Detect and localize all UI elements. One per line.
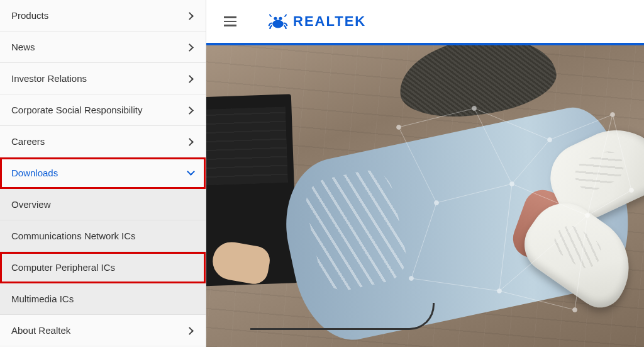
- svg-line-15: [499, 291, 575, 310]
- svg-line-19: [587, 190, 631, 215]
- svg-line-7: [436, 184, 512, 203]
- svg-point-28: [497, 289, 502, 293]
- nav-label: About Realtek: [11, 325, 70, 336]
- chevron-right-icon: [188, 327, 194, 334]
- chevron-right-icon: [188, 139, 194, 145]
- main-content: REALTEK: [206, 0, 644, 347]
- chevron-down-icon: [188, 170, 194, 176]
- svg-point-1: [274, 17, 277, 20]
- sub-label: Overview: [11, 199, 51, 210]
- svg-line-3: [399, 108, 474, 127]
- svg-point-29: [573, 308, 577, 312]
- svg-point-27: [409, 276, 414, 281]
- nav-label: Careers: [11, 136, 45, 147]
- nav-label: Products: [11, 10, 48, 21]
- svg-point-23: [611, 113, 615, 117]
- svg-line-17: [474, 108, 512, 184]
- svg-point-21: [472, 106, 477, 111]
- brand-logo[interactable]: REALTEK: [268, 13, 366, 30]
- sub-item-communications-network-ics[interactable]: Communications Network ICs: [0, 220, 206, 252]
- brand-name: REALTEK: [293, 13, 366, 30]
- svg-point-30: [630, 188, 634, 193]
- hero-image: [206, 45, 644, 347]
- nav-item-careers[interactable]: Careers: [0, 126, 206, 157]
- nav-item-investor-relations[interactable]: Investor Relations: [0, 63, 206, 94]
- svg-line-16: [575, 215, 587, 310]
- svg-point-25: [510, 182, 514, 186]
- nav-item-about-realtek[interactable]: About Realtek: [0, 315, 206, 346]
- nav-label: Downloads: [11, 168, 58, 178]
- nav-item-news[interactable]: News: [0, 31, 206, 63]
- chevron-right-icon: [188, 13, 194, 19]
- svg-line-9: [512, 184, 587, 215]
- sub-label: Multimedia ICs: [11, 293, 74, 304]
- svg-line-14: [499, 215, 587, 291]
- hamburger-menu-icon[interactable]: [224, 16, 236, 26]
- chevron-right-icon: [188, 107, 194, 113]
- svg-line-10: [587, 115, 613, 215]
- svg-line-18: [613, 115, 631, 190]
- svg-line-6: [399, 127, 436, 203]
- sub-item-computer-peripheral-ics[interactable]: Computer Peripheral ICs: [0, 252, 206, 283]
- svg-point-24: [435, 201, 439, 205]
- svg-point-26: [586, 213, 590, 218]
- crab-icon: [268, 13, 288, 30]
- page-header: REALTEK: [206, 0, 644, 43]
- network-overlay-icon: [374, 89, 644, 329]
- svg-point-0: [272, 20, 284, 28]
- sub-label: Computer Peripheral ICs: [11, 262, 115, 273]
- svg-point-2: [279, 17, 282, 20]
- nav-item-downloads[interactable]: Downloads: [0, 157, 206, 189]
- nav-label: Investor Relations: [11, 73, 87, 84]
- nav-label: News: [11, 42, 35, 52]
- sub-item-multimedia-ics[interactable]: Multimedia ICs: [0, 283, 206, 315]
- nav-item-csr[interactable]: Corporate Social Responsibility: [0, 94, 206, 126]
- svg-line-8: [512, 140, 550, 184]
- svg-line-4: [474, 108, 550, 140]
- nav-label: Corporate Social Responsibility: [11, 105, 142, 115]
- svg-line-13: [499, 184, 512, 291]
- sub-item-overview[interactable]: Overview: [0, 189, 206, 220]
- svg-line-12: [411, 278, 499, 291]
- sidebar-nav: Products News Investor Relations Corpora…: [0, 0, 206, 347]
- sub-label: Communications Network ICs: [11, 230, 136, 241]
- svg-point-20: [397, 125, 401, 130]
- svg-line-5: [550, 115, 613, 140]
- svg-point-22: [548, 138, 552, 142]
- svg-line-11: [411, 203, 436, 278]
- chevron-right-icon: [188, 76, 194, 82]
- chevron-right-icon: [188, 44, 194, 50]
- nav-item-products[interactable]: Products: [0, 0, 206, 31]
